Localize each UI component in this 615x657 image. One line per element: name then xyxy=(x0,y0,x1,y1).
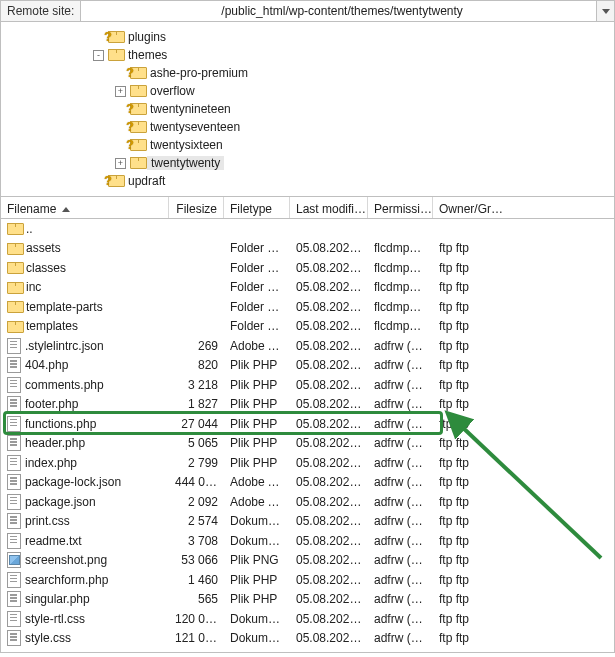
file-type: Folder pl… xyxy=(224,241,290,255)
file-row[interactable]: package-lock.json444 067Adobe A…05.08.20… xyxy=(1,473,614,493)
tree-item-label: twentysixteen xyxy=(147,138,223,152)
folder-icon xyxy=(7,321,22,333)
file-type: Plik PHP xyxy=(224,436,290,450)
tree-item[interactable]: ?twentyseventeen xyxy=(1,118,614,136)
remote-path-dropdown[interactable] xyxy=(596,1,614,21)
file-name: package.json xyxy=(25,495,96,509)
file-name: templates xyxy=(26,319,78,333)
expand-spacer xyxy=(115,104,126,115)
file-row[interactable]: searchform.php1 460Plik PHP05.08.2020 …a… xyxy=(1,570,614,590)
expand-icon[interactable]: + xyxy=(115,86,126,97)
file-mod: 05.08.2020 … xyxy=(290,456,368,470)
file-row[interactable]: package.json2 092Adobe A…05.08.2020 …adf… xyxy=(1,492,614,512)
expand-icon[interactable]: + xyxy=(115,158,126,169)
file-mod: 05.08.2020 … xyxy=(290,417,368,431)
file-mod: 05.08.2020 … xyxy=(290,397,368,411)
file-mod: 05.08.2020 … xyxy=(290,592,368,606)
file-name: screenshot.png xyxy=(25,553,107,567)
tree-item[interactable]: ?updraft xyxy=(1,172,614,190)
column-header-label: Owner/Gr… xyxy=(439,202,503,216)
file-row[interactable]: 404.php820Plik PHP05.08.2020 …adfrw (0…f… xyxy=(1,356,614,376)
file-name: 404.php xyxy=(25,358,68,372)
file-row[interactable]: screenshot.png53 066Plik PNG05.08.2020 …… xyxy=(1,551,614,571)
file-perm: adfrw (0… xyxy=(368,436,433,450)
file-type: Dokume… xyxy=(224,534,290,548)
collapse-icon[interactable]: - xyxy=(93,50,104,61)
folder-icon xyxy=(7,243,22,255)
column-header-filesize[interactable]: Filesize xyxy=(169,197,224,218)
column-header-last-modified[interactable]: Last modifi… xyxy=(290,197,368,218)
file-row[interactable]: singular.php565Plik PHP05.08.2020 …adfrw… xyxy=(1,590,614,610)
file-row[interactable]: incFolder pl…05.08.2020 …flcdmpe …ftp ft… xyxy=(1,278,614,298)
column-header-permissions[interactable]: Permissi… xyxy=(368,197,433,218)
tree-item-label: updraft xyxy=(125,174,165,188)
tree-item-label: ashe-pro-premium xyxy=(147,66,248,80)
file-row[interactable]: templatesFolder pl…05.08.2020 …flcdmpe …… xyxy=(1,317,614,337)
file-row[interactable]: .stylelintrc.json269Adobe A…05.08.2020 …… xyxy=(1,336,614,356)
file-row[interactable]: style-rtl.css120 054Dokume…05.08.2020 …a… xyxy=(1,609,614,629)
file-mod: 05.08.2020 … xyxy=(290,300,368,314)
folder-unknown-icon: ? xyxy=(108,175,123,187)
file-mod: 05.08.2020 … xyxy=(290,612,368,626)
tree-item[interactable]: ?twentysixteen xyxy=(1,136,614,154)
file-mod: 05.08.2020 … xyxy=(290,514,368,528)
folder-icon xyxy=(7,223,22,235)
file-row[interactable]: classesFolder pl…05.08.2020 …flcdmpe …ft… xyxy=(1,258,614,278)
folder-icon xyxy=(7,301,22,313)
column-header-owner-group[interactable]: Owner/Gr… xyxy=(433,197,503,218)
file-row[interactable]: header.php5 065Plik PHP05.08.2020 …adfrw… xyxy=(1,434,614,454)
file-perm: adfrw (0… xyxy=(368,573,433,587)
file-type: Plik PHP xyxy=(224,417,290,431)
file-css-icon xyxy=(7,513,21,529)
tree-item[interactable]: -themes xyxy=(1,46,614,64)
remote-tree[interactable]: ?plugins-themes?ashe-pro-premium+overflo… xyxy=(0,22,615,197)
file-row[interactable]: footer.php1 827Plik PHP05.08.2020 …adfrw… xyxy=(1,395,614,415)
parent-directory-row[interactable]: .. xyxy=(1,219,614,239)
file-row[interactable]: index.php2 799Plik PHP05.08.2020 …adfrw … xyxy=(1,453,614,473)
file-type: Plik PHP xyxy=(224,573,290,587)
tree-item[interactable]: ?plugins xyxy=(1,28,614,46)
file-name: template-parts xyxy=(26,300,103,314)
file-perm: adfrw (0… xyxy=(368,495,433,509)
folder-icon xyxy=(7,262,22,274)
column-header-filename[interactable]: Filename xyxy=(1,197,169,218)
file-own: ftp ftp xyxy=(433,436,503,450)
file-perm: flcdmpe … xyxy=(368,261,433,275)
file-own: ftp ftp xyxy=(433,612,503,626)
file-perm: adfrw (0… xyxy=(368,456,433,470)
file-row[interactable]: readme.txt3 708Dokume…05.08.2020 …adfrw … xyxy=(1,531,614,551)
tree-item[interactable]: ?ashe-pro-premium xyxy=(1,64,614,82)
file-row[interactable]: print.css2 574Dokume…05.08.2020 …adfrw (… xyxy=(1,512,614,532)
file-perm: adfrw (0… xyxy=(368,534,433,548)
file-php-icon xyxy=(7,591,21,607)
file-row[interactable]: functions.php27 044Plik PHP05.08.2020 …a… xyxy=(1,414,614,434)
file-perm: adfrw (0… xyxy=(368,378,433,392)
tree-item-label: themes xyxy=(125,48,167,62)
file-row[interactable]: template-partsFolder pl…05.08.2020 …flcd… xyxy=(1,297,614,317)
chevron-down-icon xyxy=(602,9,610,14)
file-mod: 05.08.2020 … xyxy=(290,319,368,333)
file-type: Folder pl… xyxy=(224,261,290,275)
file-own: ftp ftp xyxy=(433,534,503,548)
expand-spacer xyxy=(93,32,104,43)
file-own: ftp ftp xyxy=(433,553,503,567)
file-name: classes xyxy=(26,261,66,275)
folder-icon xyxy=(130,85,145,97)
file-mod: 05.08.2020 … xyxy=(290,573,368,587)
tree-item[interactable]: +twentytwenty xyxy=(1,154,614,172)
tree-item[interactable]: ?twentynineteen xyxy=(1,100,614,118)
folder-unknown-icon: ? xyxy=(130,121,145,133)
remote-path-input[interactable] xyxy=(81,1,596,21)
file-own: ftp ftp xyxy=(433,397,503,411)
file-row[interactable]: comments.php3 218Plik PHP05.08.2020 …adf… xyxy=(1,375,614,395)
file-perm: adfrw (0… xyxy=(368,631,433,645)
remote-file-list[interactable]: ..assetsFolder pl…05.08.2020 …flcdmpe …f… xyxy=(0,219,615,653)
file-row[interactable]: style.css121 057Dokume…05.08.2020 …adfrw… xyxy=(1,629,614,649)
file-name: .stylelintrc.json xyxy=(25,339,104,353)
column-header-filetype[interactable]: Filetype xyxy=(224,197,290,218)
file-row[interactable]: assetsFolder pl…05.08.2020 …flcdmpe …ftp… xyxy=(1,239,614,259)
file-own: ftp ftp xyxy=(433,495,503,509)
folder-icon xyxy=(130,157,145,169)
tree-item[interactable]: +overflow xyxy=(1,82,614,100)
file-own: ftp ftp xyxy=(433,358,503,372)
